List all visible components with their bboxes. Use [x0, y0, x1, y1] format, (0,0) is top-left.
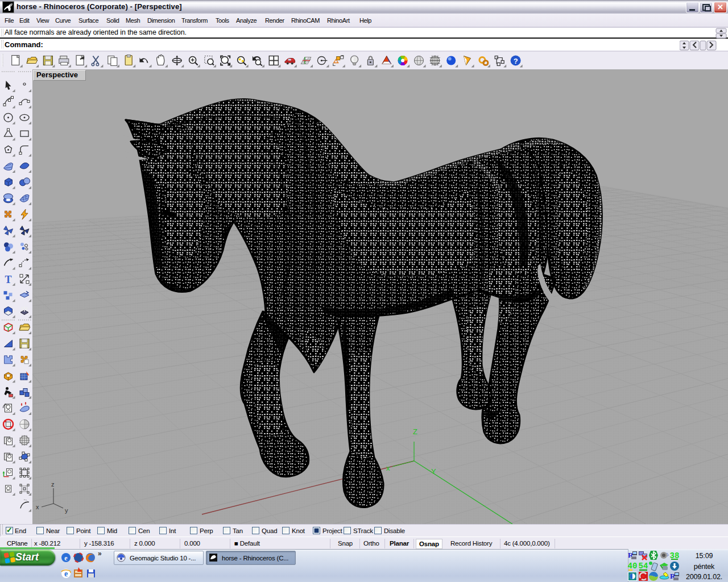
- svg-text:40: 40: [628, 562, 638, 571]
- svg-text:»: »: [98, 550, 102, 558]
- svg-text:e: e: [64, 569, 68, 578]
- svg-text:e: e: [64, 554, 68, 562]
- svg-text:54: 54: [639, 562, 648, 571]
